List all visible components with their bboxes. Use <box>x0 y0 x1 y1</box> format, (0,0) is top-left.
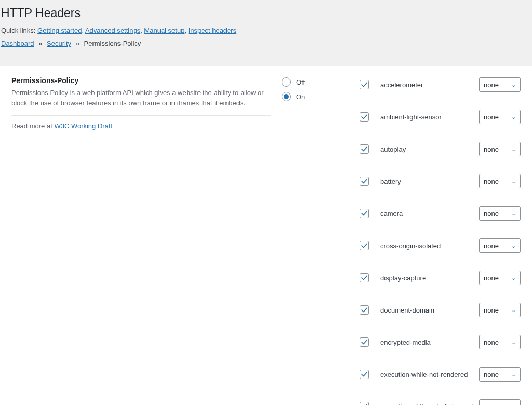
select-value: none <box>484 242 499 250</box>
chevron-down-icon: ⌄ <box>511 178 516 185</box>
feature-select[interactable]: none⌄ <box>479 238 521 253</box>
chevron-down-icon: ⌄ <box>511 275 516 281</box>
readmore-link[interactable]: W3C Working Draft <box>54 122 112 130</box>
feature-checkbox[interactable] <box>360 402 369 405</box>
readmore-prefix: Read more at <box>11 122 54 130</box>
feature-select[interactable]: none⌄ <box>479 399 521 405</box>
quick-links: Quick links: Getting started, Advanced s… <box>1 26 531 34</box>
feature-label: camera <box>380 210 479 218</box>
feature-row: document-domainnone⌄ <box>360 303 521 317</box>
feature-select[interactable]: none⌄ <box>479 335 521 349</box>
feature-checkbox[interactable] <box>360 305 369 315</box>
feature-select[interactable]: none⌄ <box>479 271 521 285</box>
feature-row: ambient-light-sensornone⌄ <box>360 110 521 124</box>
chevron-down-icon: ⌄ <box>511 242 516 249</box>
quick-links-label: Quick links: <box>1 26 35 34</box>
feature-row: batterynone⌄ <box>360 174 521 188</box>
chevron-down-icon: ⌄ <box>511 82 516 88</box>
feature-checkbox[interactable] <box>360 241 369 250</box>
feature-label: execution-while-not-rendered <box>380 371 479 379</box>
select-value: none <box>484 113 499 121</box>
link-getting-started[interactable]: Getting started <box>37 26 82 34</box>
feature-select[interactable]: none⌄ <box>479 110 521 124</box>
chevron-down-icon: ⌄ <box>511 210 516 217</box>
feature-checkbox[interactable] <box>360 209 369 218</box>
check-icon <box>361 339 368 346</box>
feature-row: execution-while-not-renderednone⌄ <box>360 367 521 382</box>
check-icon <box>361 145 368 153</box>
select-value: none <box>484 145 499 153</box>
breadcrumb-current: Permissions-Policy <box>84 39 141 47</box>
check-icon <box>361 403 368 405</box>
chevron-down-icon: ⌄ <box>511 307 516 314</box>
select-value: none <box>484 274 499 282</box>
chevron-down-icon: ⌄ <box>511 371 516 378</box>
radio-on-label: On <box>296 93 305 101</box>
radio-on[interactable] <box>282 92 291 101</box>
feature-row: cameranone⌄ <box>360 206 521 221</box>
check-icon <box>361 242 368 249</box>
breadcrumb: Dashboard » Security » Permissions-Polic… <box>1 39 531 47</box>
feature-select[interactable]: none⌄ <box>479 367 521 382</box>
feature-label: accelerometer <box>380 81 479 89</box>
chevron-down-icon: ⌄ <box>511 114 516 120</box>
feature-checkbox[interactable] <box>360 273 369 282</box>
link-manual-setup[interactable]: Manual setup <box>144 26 184 34</box>
select-value: none <box>484 339 499 346</box>
feature-checkbox[interactable] <box>360 370 369 379</box>
link-advanced-settings[interactable]: Advanced settings <box>85 26 140 34</box>
feature-row: execution-while-out-of-viewportnone⌄ <box>360 399 521 405</box>
feature-select[interactable]: none⌄ <box>479 142 521 156</box>
select-value: none <box>484 178 499 185</box>
select-value: none <box>484 306 499 314</box>
select-value: none <box>484 371 499 379</box>
radio-off-label: Off <box>296 78 305 86</box>
setting-description: Permissions Policy is a web platform API… <box>11 88 271 116</box>
feature-label: cross-origin-isolated <box>380 242 479 250</box>
check-icon <box>361 274 368 281</box>
breadcrumb-separator-icon: » <box>76 39 79 47</box>
select-value: none <box>484 81 499 89</box>
feature-select[interactable]: none⌄ <box>479 174 521 188</box>
feature-label: document-domain <box>380 306 479 314</box>
feature-row: cross-origin-isolatednone⌄ <box>360 238 521 253</box>
check-icon <box>361 113 368 120</box>
check-icon <box>361 306 368 314</box>
feature-label: display-capture <box>380 274 479 282</box>
select-value: none <box>484 210 499 218</box>
feature-select[interactable]: none⌄ <box>479 206 521 221</box>
feature-row: autoplaynone⌄ <box>360 142 521 156</box>
setting-title: Permissions-Policy <box>11 76 271 85</box>
feature-row: display-capturenone⌄ <box>360 271 521 285</box>
feature-label: autoplay <box>380 145 479 153</box>
feature-label: battery <box>380 178 479 185</box>
check-icon <box>361 210 368 217</box>
select-value: none <box>484 403 499 406</box>
chevron-down-icon: ⌄ <box>511 403 516 406</box>
feature-checkbox[interactable] <box>360 177 369 186</box>
settings-panel: Permissions-Policy Permissions Policy is… <box>0 66 532 405</box>
check-icon <box>361 178 368 185</box>
feature-row: encrypted-medianone⌄ <box>360 335 521 349</box>
breadcrumb-separator-icon: » <box>38 39 42 47</box>
chevron-down-icon: ⌄ <box>511 339 516 346</box>
breadcrumb-security[interactable]: Security <box>47 39 71 47</box>
feature-label: encrypted-media <box>380 339 479 346</box>
chevron-down-icon: ⌄ <box>511 146 516 153</box>
check-icon <box>361 81 368 88</box>
feature-checkbox[interactable] <box>360 80 369 89</box>
breadcrumb-dashboard[interactable]: Dashboard <box>1 39 34 47</box>
check-icon <box>361 371 368 378</box>
feature-label: execution-while-out-of-viewport <box>380 403 479 406</box>
feature-checkbox[interactable] <box>360 338 369 347</box>
feature-checkbox[interactable] <box>360 144 369 154</box>
feature-row: accelerometernone⌄ <box>360 77 521 92</box>
feature-select[interactable]: none⌄ <box>479 303 521 317</box>
feature-label: ambient-light-sensor <box>380 113 479 121</box>
setting-readmore: Read more at W3C Working Draft <box>11 122 271 130</box>
feature-select[interactable]: none⌄ <box>479 77 521 92</box>
feature-checkbox[interactable] <box>360 112 369 122</box>
link-inspect-headers[interactable]: Inspect headers <box>189 26 237 34</box>
radio-off[interactable] <box>282 77 291 87</box>
page-title: HTTP Headers <box>1 6 531 20</box>
